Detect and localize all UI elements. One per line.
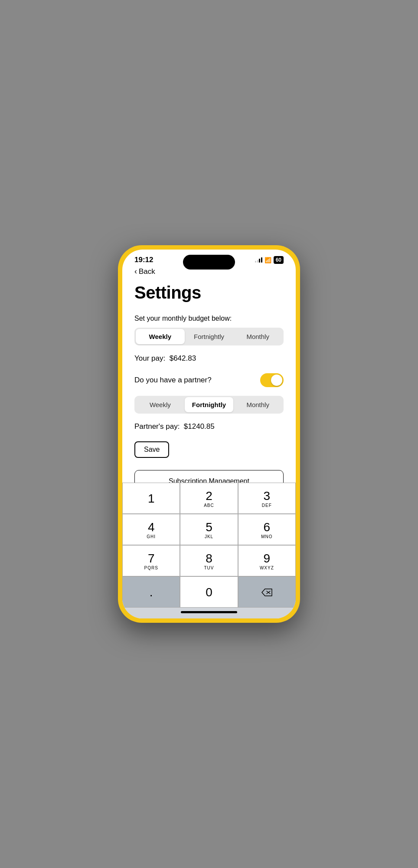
budget-period-weekly[interactable]: Weekly: [136, 329, 185, 344]
partner-period-fortnightly[interactable]: Fortnightly: [185, 397, 234, 412]
budget-period-selector: Weekly Fortnightly Monthly: [134, 328, 284, 345]
key-1[interactable]: 1: [122, 483, 180, 514]
partner-period-monthly[interactable]: Monthly: [233, 397, 282, 412]
budget-period-fortnightly[interactable]: Fortnightly: [185, 329, 234, 344]
subscription-button[interactable]: Subscription Management: [134, 470, 284, 483]
back-chevron-icon: ‹: [134, 267, 137, 276]
partner-pay-row: Partner's pay: $1240.85: [134, 422, 284, 431]
partner-toggle[interactable]: [260, 373, 284, 387]
signal-icon: [255, 257, 262, 263]
key-8[interactable]: 8 TUV: [180, 545, 238, 576]
key-7[interactable]: 7 PQRS: [122, 545, 180, 576]
key-9[interactable]: 9 WXYZ: [238, 545, 296, 576]
keyboard-row-1: 1 2 ABC 3 DEF: [122, 483, 296, 514]
key-5[interactable]: 5 JKL: [180, 514, 238, 545]
partner-toggle-row: Do you have a partner?: [134, 373, 284, 387]
status-icons: 📶 60: [255, 256, 284, 264]
key-delete[interactable]: [238, 576, 296, 608]
partner-period-selector: Weekly Fortnightly Monthly: [134, 396, 284, 414]
back-button[interactable]: ‹ Back: [134, 267, 155, 276]
content-area: ‹ Back Settings Set your monthly budget …: [122, 267, 296, 483]
partner-label: Do you have a partner?: [134, 376, 212, 385]
phone-frame: 19:12 📶 60 ‹ Back: [118, 245, 300, 623]
budget-period-monthly[interactable]: Monthly: [233, 329, 282, 344]
phone-screen: 19:12 📶 60 ‹ Back: [122, 250, 296, 618]
numeric-keyboard: 1 2 ABC 3 DEF 4 GHI 5 JKL: [122, 483, 296, 618]
key-3[interactable]: 3 DEF: [238, 483, 296, 514]
toggle-knob: [271, 375, 282, 386]
partner-period-weekly[interactable]: Weekly: [136, 397, 185, 412]
key-decimal[interactable]: .: [122, 576, 180, 608]
battery-indicator: 60: [274, 256, 284, 264]
wifi-icon: 📶: [265, 257, 271, 263]
keyboard-row-4: . 0: [122, 576, 296, 608]
your-pay-row: Your pay: $642.83: [134, 354, 284, 363]
status-time: 19:12: [134, 256, 153, 264]
home-bar: [181, 611, 237, 613]
key-2[interactable]: 2 ABC: [180, 483, 238, 514]
dynamic-island: [183, 255, 235, 270]
status-bar: 19:12 📶 60: [122, 250, 296, 267]
key-0[interactable]: 0: [180, 576, 238, 608]
delete-icon: [261, 588, 273, 597]
page-title: Settings: [134, 283, 284, 302]
keyboard-row-3: 7 PQRS 8 TUV 9 WXYZ: [122, 545, 296, 576]
budget-label: Set your monthly budget below:: [134, 315, 284, 322]
key-6[interactable]: 6 MNO: [238, 514, 296, 545]
save-button[interactable]: Save: [134, 441, 169, 458]
key-4[interactable]: 4 GHI: [122, 514, 180, 545]
home-indicator-area: [122, 608, 296, 618]
keyboard-row-2: 4 GHI 5 JKL 6 MNO: [122, 514, 296, 545]
